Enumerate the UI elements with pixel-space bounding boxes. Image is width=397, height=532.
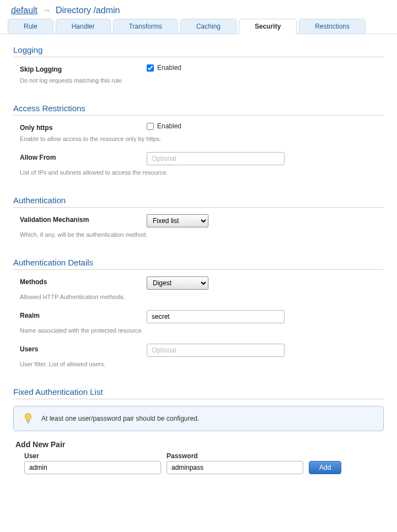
add-button[interactable]: Add bbox=[309, 461, 341, 474]
section-title-auth-details: Authentication Details bbox=[13, 248, 384, 270]
section-title-fixed-list: Fixed Authentication List bbox=[13, 377, 384, 399]
allow-from-input[interactable] bbox=[147, 152, 285, 165]
validation-mechanism-desc: Which, if any, will be the authenticatio… bbox=[13, 229, 384, 248]
breadcrumb-root[interactable]: default bbox=[11, 6, 37, 15]
tab-security[interactable]: Security bbox=[239, 19, 297, 34]
tab-caching[interactable]: Caching bbox=[180, 19, 237, 34]
tab-rule[interactable]: Rule bbox=[8, 19, 53, 34]
section-title-logging: Logging bbox=[13, 40, 384, 57]
section-title-auth: Authentication bbox=[13, 186, 384, 208]
users-label: Users bbox=[20, 344, 147, 353]
svg-rect-0 bbox=[26, 421, 30, 422]
realm-desc: Name associated with the protected resou… bbox=[13, 325, 384, 344]
skip-logging-desc: Do not log requests matching this rule. bbox=[13, 75, 384, 94]
users-input[interactable] bbox=[147, 344, 285, 357]
info-text: At least one user/password pair should b… bbox=[41, 415, 199, 422]
only-https-label: Only https bbox=[20, 122, 147, 132]
user-field-label: User bbox=[24, 452, 161, 460]
only-https-checkbox-label: Enabled bbox=[157, 122, 181, 130]
svg-rect-1 bbox=[27, 422, 29, 423]
user-input[interactable] bbox=[24, 461, 161, 474]
realm-input[interactable] bbox=[147, 310, 285, 323]
tabs-bar: Rule Handler Transforms Caching Security… bbox=[0, 19, 397, 34]
skip-logging-checkbox-label: Enabled bbox=[157, 64, 181, 72]
validation-mechanism-select[interactable]: Fixed list bbox=[147, 214, 208, 227]
breadcrumb: default → Directory /admin bbox=[0, 0, 397, 19]
users-desc: User filter. List of allowed users. bbox=[13, 359, 384, 377]
tab-transforms[interactable]: Transforms bbox=[113, 19, 178, 34]
allow-from-label: Allow From bbox=[20, 152, 147, 161]
section-title-access: Access Restrictions bbox=[13, 94, 384, 116]
only-https-desc: Enable to allow access to the resource o… bbox=[13, 133, 384, 152]
skip-logging-checkbox[interactable] bbox=[147, 64, 154, 72]
breadcrumb-current: Directory /admin bbox=[56, 6, 120, 15]
skip-logging-label: Skip Logging bbox=[20, 64, 147, 73]
tab-restrictions[interactable]: Restrictions bbox=[299, 19, 366, 34]
add-new-pair-title: Add New Pair bbox=[13, 440, 384, 452]
info-box: At least one user/password pair should b… bbox=[13, 406, 384, 431]
password-field-label: Password bbox=[167, 452, 303, 460]
tab-handler[interactable]: Handler bbox=[56, 19, 111, 34]
realm-label: Realm bbox=[20, 310, 147, 319]
lightbulb-icon bbox=[22, 412, 35, 425]
methods-label: Methods bbox=[20, 276, 147, 286]
only-https-checkbox[interactable] bbox=[147, 123, 154, 130]
breadcrumb-arrow: → bbox=[42, 6, 51, 15]
validation-mechanism-label: Validation Mechanism bbox=[20, 214, 147, 224]
password-input[interactable] bbox=[167, 461, 303, 474]
methods-select[interactable]: Digest bbox=[147, 276, 208, 290]
allow-from-desc: List of IPs and subnets allowed to acces… bbox=[13, 167, 384, 186]
methods-desc: Allowed HTTP Authentication methods. bbox=[13, 291, 384, 310]
